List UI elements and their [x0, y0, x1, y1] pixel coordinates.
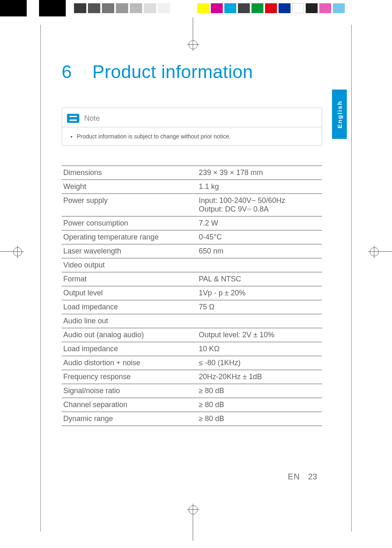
spec-label: Output level [62, 286, 197, 300]
color-scale [197, 3, 345, 13]
grey-scale [74, 3, 170, 13]
spec-row: Audio distortion + noise≤ -80 (1KHz) [62, 356, 322, 370]
footer-lang: EN [288, 472, 300, 481]
page-number: 23 [308, 472, 317, 481]
spec-value: ≥ 80 dB [197, 412, 322, 426]
spec-label: Laser wavelength [62, 244, 197, 258]
spec-label: Power supply [62, 194, 197, 216]
page-footer: EN 23 [288, 472, 317, 481]
spec-value: ≥ 80 dB [197, 384, 322, 398]
spec-row: Weight1.1 kg [62, 180, 322, 194]
spec-value: ≥ 80 dB [197, 398, 322, 412]
language-tab-label: English [336, 100, 343, 128]
spec-value: PAL & NTSC [197, 272, 322, 286]
spec-row: Audio out (analog audio) Output level: 2… [62, 328, 322, 342]
spec-row: Dynamic range≥ 80 dB [62, 412, 322, 426]
trim-line [40, 25, 41, 532]
spec-value: 10 KΩ [197, 342, 322, 356]
spec-label: Power consumption [62, 216, 197, 230]
spec-row: Signal/noise ratio≥ 80 dB [62, 384, 322, 398]
reg-block [39, 0, 66, 16]
spec-row: Video output [62, 258, 322, 272]
spec-label: Dimensions [62, 166, 197, 180]
spec-label: Format [62, 272, 197, 286]
spec-label: Video output [62, 258, 197, 272]
spec-row: FormatPAL & NTSC [62, 272, 322, 286]
spec-row: Operating temperature range0-45°C [62, 230, 322, 244]
spec-label: Frequency response [62, 370, 197, 384]
spec-value: 20Hz-20KHz ± 1dB [197, 370, 322, 384]
note-title: Note [84, 114, 100, 123]
spec-value: 239 × 39 × 178 mm [197, 166, 322, 180]
spec-label: Dynamic range [62, 412, 197, 426]
spec-label: Load impedance [62, 300, 197, 314]
registration-mark-icon [187, 39, 199, 51]
spec-row: Power consumption7.2 W [62, 216, 322, 230]
chapter-heading: 6 Product information [62, 62, 322, 82]
spec-row: Output level1Vp - p ± 20% [62, 286, 322, 300]
spec-value: Output level: 2V ± 10% [197, 328, 322, 342]
spec-label: Load impedance [62, 342, 197, 356]
spec-label: Operating temperature range [62, 230, 197, 244]
spec-row: Channel separation≥ 80 dB [62, 398, 322, 412]
registration-mark-icon [368, 246, 380, 258]
spec-row: Dimensions239 × 39 × 178 mm [62, 166, 322, 180]
spec-label: Audio distortion + noise [62, 356, 197, 370]
spec-value: 7.2 W [197, 216, 322, 230]
chapter-number: 6 [62, 62, 87, 82]
spec-value: 650 nm [197, 244, 322, 258]
registration-mark-icon [12, 246, 24, 258]
note-header: Note [62, 108, 322, 127]
spec-row: Audio line out [62, 314, 322, 328]
spec-value: 1Vp - p ± 20% [197, 286, 322, 300]
content-area: 6 Product information Note Product infor… [62, 62, 322, 499]
note-item: Product information is subject to change… [77, 133, 314, 140]
spec-label: Signal/noise ratio [62, 384, 197, 398]
reg-block [0, 0, 27, 16]
page-root: English 6 Product information Note Produ… [0, 0, 392, 548]
spec-label: Audio line out [62, 314, 197, 328]
spec-label: Channel separation [62, 398, 197, 412]
spec-value: Input: 100-240V~ 50/60HzOutput: DC 9V⎓ 0… [197, 194, 322, 216]
spec-value: 1.1 kg [197, 180, 322, 194]
registration-mark-icon [187, 504, 199, 516]
note-box: Note Product information is subject to c… [62, 108, 322, 146]
spec-row: Load impedance75 Ω [62, 300, 322, 314]
note-icon [67, 114, 79, 123]
spec-table: Dimensions239 × 39 × 178 mmWeight1.1 kgP… [62, 166, 322, 426]
spec-label: Audio out (analog audio) [62, 328, 197, 342]
spec-row: Laser wavelength650 nm [62, 244, 322, 258]
chapter-title: Product information [92, 62, 253, 82]
spec-value: ≤ -80 (1KHz) [197, 356, 322, 370]
spec-value: 0-45°C [197, 230, 322, 244]
spec-row: Frequency response20Hz-20KHz ± 1dB [62, 370, 322, 384]
note-body: Product information is subject to change… [62, 127, 322, 145]
spec-row: Power supplyInput: 100-240V~ 50/60HzOutp… [62, 194, 322, 216]
language-tab: English [332, 90, 347, 139]
spec-value: 75 Ω [197, 300, 322, 314]
spec-value [197, 314, 322, 328]
spec-label: Weight [62, 180, 197, 194]
spec-value [197, 258, 322, 272]
spec-row: Load impedance10 KΩ [62, 342, 322, 356]
trim-line [351, 25, 352, 532]
